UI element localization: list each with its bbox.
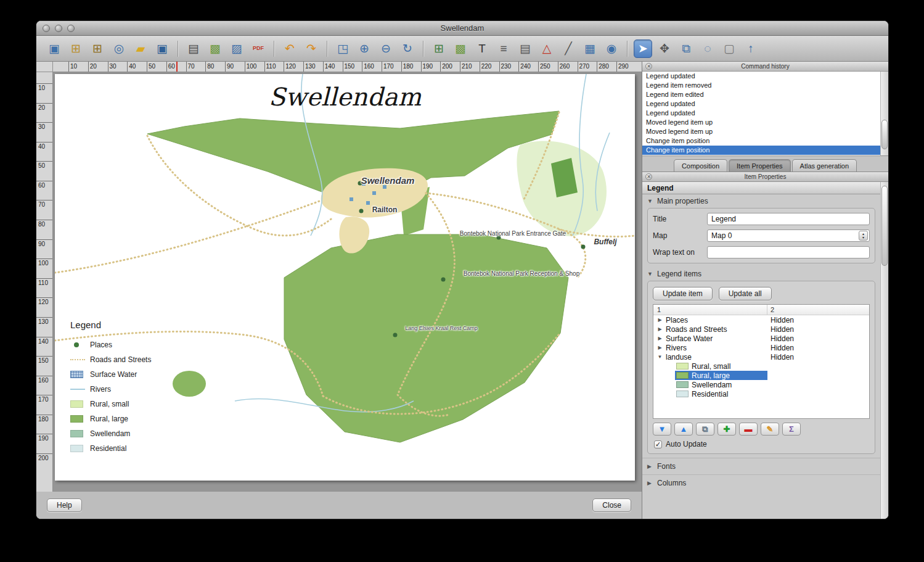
add-attribute-table-icon[interactable]: ▦ — [581, 39, 599, 58]
command-history-list[interactable]: Legend updatedLegend item removedLegend … — [642, 72, 888, 156]
remove-item-icon[interactable]: ▬ — [739, 423, 758, 436]
tree-row[interactable]: ▶Roads and StreetsHidden — [653, 324, 869, 334]
help-button[interactable]: Help — [47, 498, 82, 512]
close-panel-icon[interactable]: ✕ — [645, 173, 652, 180]
map-legend-box[interactable]: Legend PlacesRoads and StreetsSurface Wa… — [70, 320, 187, 456]
add-html-frame-icon[interactable]: ◉ — [602, 39, 621, 58]
toolbar-separator — [327, 41, 327, 57]
title-bar[interactable]: Swellendam — [36, 21, 888, 36]
add-arrow-icon[interactable]: ╱ — [559, 39, 578, 58]
chevron-down-icon[interactable]: ▼ — [656, 354, 663, 360]
zoom-full-icon[interactable]: ◳ — [333, 39, 352, 58]
close-button[interactable]: Close — [592, 498, 631, 512]
legend-items-section[interactable]: ▼ Legend items — [642, 267, 880, 281]
undo-icon[interactable]: ↶ — [280, 39, 299, 58]
save-icon[interactable]: ▣ — [45, 39, 63, 58]
duplicate-composition-icon[interactable]: ⊞ — [88, 39, 107, 58]
map-legend-swatch — [70, 359, 90, 360]
tree-child-item[interactable]: Rural, small — [675, 362, 767, 371]
edit-item-icon[interactable]: ✎ — [761, 423, 779, 436]
add-group-icon[interactable]: ⧉ — [696, 423, 714, 436]
save-as-template-icon[interactable]: ▣ — [153, 39, 171, 58]
history-item[interactable]: Legend updated — [642, 109, 888, 118]
chevron-right-icon[interactable]: ▶ — [656, 345, 663, 350]
history-item[interactable]: Legend updated — [642, 72, 888, 81]
zoom-in-icon[interactable]: ⊕ — [355, 39, 374, 58]
close-window-icon[interactable] — [43, 25, 50, 32]
move-item-up-icon[interactable]: ▲ — [674, 423, 693, 436]
tab-item-properties[interactable]: Item Properties — [729, 159, 791, 171]
tab-atlas-generation[interactable]: Atlas generation — [792, 159, 857, 171]
tree-row[interactable]: Rural, large — [653, 371, 869, 380]
move-item-down-icon[interactable]: ▼ — [653, 423, 671, 436]
export-image-icon[interactable]: ▩ — [206, 39, 224, 58]
scrollbar-thumb[interactable] — [881, 120, 888, 149]
minimize-window-icon[interactable] — [55, 25, 62, 32]
group-items-icon[interactable]: ⧉ — [677, 39, 695, 58]
move-item-content-icon[interactable]: ✥ — [655, 39, 674, 58]
history-item[interactable]: Change item position — [642, 146, 888, 155]
count-symbols-icon[interactable]: Σ — [782, 423, 801, 436]
composition-page[interactable]: Swellendam SwellendamRailtonBontebok Nat… — [55, 74, 635, 481]
open-folder-icon[interactable]: ▰ — [131, 39, 150, 58]
add-item-icon[interactable]: ✚ — [718, 423, 736, 436]
section-columns[interactable]: ▶Columns — [642, 474, 880, 491]
chevron-right-icon[interactable]: ▶ — [656, 326, 663, 332]
history-item[interactable]: Legend item removed — [642, 81, 888, 90]
update-item-button[interactable]: Update item — [653, 287, 713, 300]
tree-row[interactable]: ▶PlacesHidden — [653, 315, 869, 324]
export-svg-icon[interactable]: ▨ — [227, 39, 246, 58]
update-all-button[interactable]: Update all — [719, 287, 772, 300]
composer-canvas[interactable]: Swellendam SwellendamRailtonBontebok Nat… — [53, 72, 642, 492]
auto-update-checkbox[interactable]: ✓ — [654, 440, 662, 448]
chevron-right-icon[interactable]: ▶ — [656, 336, 663, 341]
history-item[interactable]: Legend updated — [642, 99, 888, 109]
map-dropdown[interactable]: Map 0▴▾ — [707, 229, 870, 242]
title-field[interactable]: Legend — [707, 213, 870, 225]
wrap-text-field[interactable] — [707, 246, 870, 258]
zoom-window-icon[interactable] — [67, 25, 75, 32]
tree-child-item[interactable]: Swellendam — [675, 380, 767, 389]
lock-items-icon[interactable]: ▢ — [720, 39, 738, 58]
history-item[interactable]: Moved legend item up — [642, 118, 888, 127]
history-item[interactable]: Change item position — [642, 136, 888, 146]
history-item[interactable]: Legend item edited — [642, 90, 888, 99]
chevron-right-icon[interactable]: ▶ — [656, 317, 663, 323]
tree-row[interactable]: ▶RiversHidden — [653, 343, 869, 352]
section-fonts[interactable]: ▶Fonts — [642, 458, 880, 474]
tab-composition[interactable]: Composition — [674, 159, 727, 171]
properties-scrollbar[interactable] — [880, 182, 888, 519]
scrollbar-thumb[interactable] — [881, 186, 888, 266]
tree-row[interactable]: Residential — [653, 389, 869, 399]
new-composition-icon[interactable]: ⊞ — [67, 39, 85, 58]
history-scrollbar[interactable] — [880, 72, 888, 155]
redo-icon[interactable]: ↷ — [302, 39, 321, 58]
raise-items-icon[interactable]: ↑ — [742, 39, 760, 58]
tree-child-item[interactable]: Rural, large — [675, 371, 767, 380]
wrap-text-field-label: Wrap text on — [653, 248, 702, 257]
composition-manager-icon[interactable]: ◎ — [110, 39, 128, 58]
tree-child-item[interactable]: Residential — [675, 389, 767, 399]
add-scalebar-icon[interactable]: ▤ — [516, 39, 534, 58]
add-label-icon[interactable]: T — [473, 39, 491, 58]
tree-row[interactable]: Swellendam — [653, 380, 869, 389]
ungroup-items-icon[interactable]: ◌ — [698, 39, 717, 58]
zoom-out-icon[interactable]: ⊖ — [377, 39, 395, 58]
tree-row[interactable]: ▶Surface WaterHidden — [653, 334, 869, 343]
export-pdf-icon[interactable]: PDF — [249, 39, 268, 58]
tree-row[interactable]: Rural, small — [653, 362, 869, 371]
select-move-item-icon[interactable]: ➤ — [634, 39, 652, 58]
legend-items-tree[interactable]: 1 2 ▶PlacesHidden▶Roads and StreetsHidde… — [653, 304, 870, 419]
print-icon[interactable]: ▤ — [184, 39, 203, 58]
refresh-view-icon[interactable]: ↻ — [398, 39, 417, 58]
close-panel-icon[interactable]: ✕ — [645, 63, 652, 70]
add-legend-icon[interactable]: ≡ — [494, 39, 513, 58]
history-item[interactable]: Moved legend item up — [642, 127, 888, 136]
add-map-icon[interactable]: ⊞ — [430, 39, 448, 58]
add-image-icon[interactable]: ▩ — [451, 39, 470, 58]
map-legend-label: Rural, large — [90, 415, 128, 423]
tree-row[interactable]: ▼landuseHidden — [653, 352, 869, 362]
item-properties-header: ✕ Item Properties — [642, 172, 888, 182]
add-shape-icon[interactable]: △ — [538, 39, 556, 58]
main-properties-section[interactable]: ▼ Main properties — [642, 194, 880, 208]
